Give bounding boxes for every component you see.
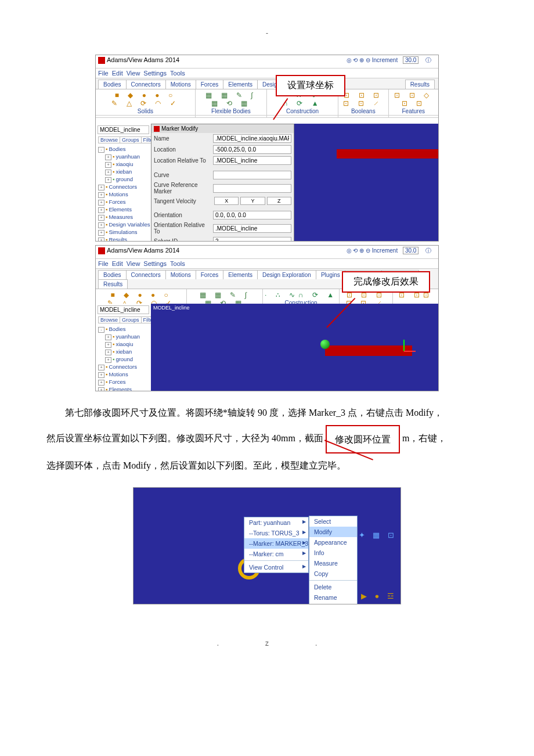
model-field[interactable]: MODEL_incline bbox=[98, 125, 149, 134]
ctx-torus[interactable]: --Torus: TORUS_3 bbox=[244, 528, 308, 538]
marker-modify-dialog: Marker Modify Name Location Location Rel… bbox=[151, 124, 294, 242]
ctx-part[interactable]: Part: yuanhuan bbox=[244, 517, 308, 528]
context-menu-1[interactable]: Part: yuanhuan --Torus: TORUS_3 --Marker… bbox=[244, 517, 309, 573]
viewport-3d[interactable]: Marker Modify Name Location Location Rel… bbox=[151, 124, 438, 241]
name-field[interactable] bbox=[213, 134, 291, 143]
screenshot-3: ◐ ◑ ☾ ✦ ▦ ⊡ ▦ ▦ ▶ ● ☲ Part: yuanhuan --T… bbox=[133, 487, 401, 604]
increment-group: ◎ ⟲ ⊕ ⊖ Increment 30.0 ⓘ bbox=[347, 56, 431, 64]
ctx-cm[interactable]: --Marker: cm bbox=[244, 549, 308, 559]
app-icon bbox=[98, 57, 105, 64]
solverid-field[interactable] bbox=[213, 237, 291, 242]
solids-icons[interactable]: ■ ◆ ● ● ○ bbox=[115, 91, 176, 99]
location-field[interactable] bbox=[213, 145, 291, 154]
ribbon-tabs[interactable]: BodiesConnectorsMotionsForcesElementsDes… bbox=[96, 78, 438, 89]
viewport-3d[interactable]: ◐ ◑ ☾ ✦ ▦ ⊡ ▦ ▦ ▶ ● ☲ Part: yuanhuan --T… bbox=[134, 488, 400, 604]
tab-connectors[interactable]: Connectors bbox=[126, 80, 166, 89]
model-tree[interactable]: -▪Bodies +▪yuanhuan +▪xiaoqiu +▪xieban +… bbox=[96, 144, 151, 242]
screenshot-2: Adams/View Adams 2014 FileEditViewSettin… bbox=[95, 245, 439, 391]
screenshot-1: Adams/View Adams 2014 FileEditViewSettin… bbox=[95, 55, 439, 242]
ctx-info[interactable]: Info bbox=[309, 548, 357, 558]
app-title: Adams/View Adams 2014 bbox=[107, 56, 179, 63]
ctx-copy[interactable]: Copy bbox=[309, 568, 357, 579]
loc-rel-field[interactable] bbox=[213, 156, 291, 165]
green-sphere bbox=[320, 340, 330, 349]
curve-field[interactable] bbox=[213, 171, 291, 179]
ctx-delete[interactable]: Delete bbox=[309, 582, 357, 592]
menu-file[interactable]: File bbox=[98, 70, 109, 77]
triad-icon bbox=[400, 337, 420, 357]
ribbon-panels: ■ ◆ ● ● ○ ✎ △ ⟳ ◠ ✓ Solids ▦ ▦ ✎ ∫ ▦ ⟲ ▦… bbox=[96, 89, 438, 118]
orirel-field[interactable] bbox=[213, 224, 291, 233]
menu-edit[interactable]: Edit bbox=[112, 70, 123, 77]
browser-panel: MODEL_incline BrowseGroupsFilters -▪Bodi… bbox=[96, 124, 151, 241]
ctx-viewcontrol[interactable]: View Control bbox=[244, 562, 308, 573]
ctx-select[interactable]: Select bbox=[309, 516, 357, 527]
crm-field[interactable] bbox=[213, 184, 291, 193]
menu-tools[interactable]: Tools bbox=[170, 70, 185, 77]
callout-2: 完成修改后效果 bbox=[342, 271, 430, 293]
ctx-appearance[interactable]: Appearance bbox=[309, 537, 357, 548]
top-dash: - bbox=[46, 29, 488, 37]
footer: .z. bbox=[46, 639, 488, 647]
tab-results[interactable]: Results bbox=[405, 80, 435, 89]
increment-value[interactable]: 30.0 bbox=[403, 56, 418, 64]
body-paragraph: 第七部修改圆环尺寸及位置。将圆环绕*轴旋转 90 度，选择 Marker_3 点… bbox=[46, 401, 488, 478]
ctx-rename[interactable]: Rename bbox=[309, 592, 357, 603]
tab-elements[interactable]: Elements bbox=[223, 80, 258, 89]
context-menu-2[interactable]: Select Modify Appearance Info Measure Co… bbox=[309, 516, 358, 604]
menu-view[interactable]: View bbox=[127, 70, 140, 77]
dialog-title: Marker Modify bbox=[161, 125, 198, 132]
ctx-deactivate[interactable]: (De)activate bbox=[309, 603, 357, 604]
tab-forces[interactable]: Forces bbox=[196, 80, 224, 89]
red-body bbox=[337, 149, 438, 159]
tab-motions[interactable]: Motions bbox=[165, 80, 196, 89]
ctx-modify[interactable]: Modify bbox=[309, 527, 357, 537]
ori-field[interactable] bbox=[213, 211, 291, 219]
tab-bodies[interactable]: Bodies bbox=[98, 80, 127, 89]
ctx-marker3[interactable]: --Marker: MARKER_3 bbox=[244, 538, 308, 549]
red-body bbox=[325, 345, 412, 356]
callout-3: 修改圆环位置 bbox=[326, 425, 400, 454]
ctx-measure[interactable]: Measure bbox=[309, 558, 357, 568]
viewport-3d[interactable]: MODEL_incline bbox=[151, 304, 438, 391]
callout-1: 设置球坐标 bbox=[276, 75, 345, 96]
menu-bar[interactable]: FileEditViewSettingsTools ◎ ⟲ ⊕ ⊖ Increm… bbox=[96, 69, 438, 78]
menu-settings[interactable]: Settings bbox=[143, 70, 167, 77]
